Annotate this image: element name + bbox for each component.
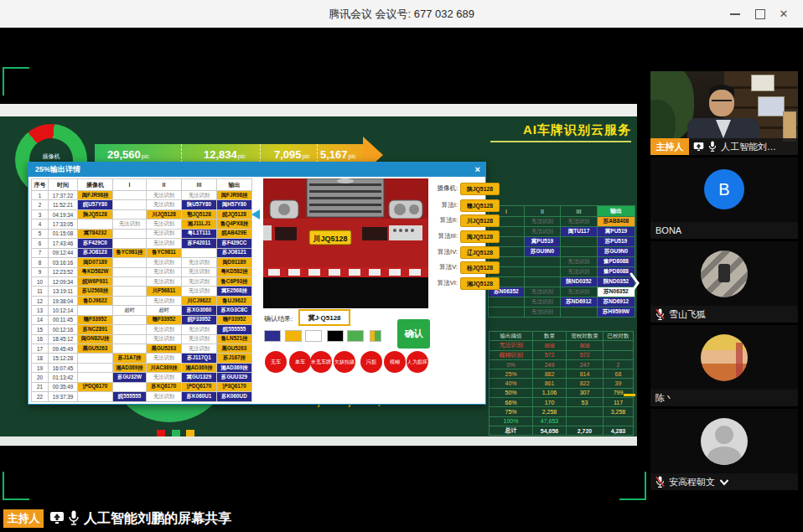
confirm-button[interactable]: 确认 bbox=[397, 319, 430, 349]
plate-cell[interactable]: 湘AD369挂 bbox=[182, 364, 217, 373]
reject-button[interactable]: 单车 bbox=[289, 351, 311, 373]
plate-color-swatch[interactable] bbox=[347, 330, 364, 342]
algorithm-plate-badge[interactable]: 湘JQ5128 bbox=[460, 277, 500, 290]
participant-tile[interactable]: 陈丶 bbox=[650, 325, 798, 406]
plate-cell[interactable]: 沪DQ6170 bbox=[78, 383, 113, 392]
reject-button[interactable]: 无车 bbox=[265, 351, 287, 373]
plate-cell[interactable]: 无法识别 bbox=[147, 392, 182, 401]
plate-cell[interactable] bbox=[78, 392, 113, 401]
mic-icon bbox=[708, 141, 717, 152]
algorithm-plate-badge[interactable]: 陕JQ5128 bbox=[460, 183, 500, 195]
plate-cell[interactable]: 无法识别 bbox=[147, 325, 182, 334]
plate-cell[interactable]: 黑GU5263 bbox=[147, 344, 182, 354]
stats-need: 307 bbox=[567, 389, 604, 398]
plate-color-swatch[interactable] bbox=[327, 330, 344, 342]
plate-cell[interactable]: 鲁UJ9622 bbox=[217, 297, 252, 306]
plate-cell[interactable]: 川CJ9622 bbox=[182, 297, 217, 306]
plate-cell[interactable]: 无法识别 bbox=[147, 354, 182, 363]
plate-cell[interactable]: 苏K060U1 bbox=[182, 392, 217, 401]
plate-cell[interactable]: 苏J117Q1 bbox=[182, 354, 217, 363]
plate-cell[interactable]: 沪DQ6170 bbox=[182, 383, 217, 392]
algorithm-plate-badge[interactable]: 桂JQ5128 bbox=[460, 261, 500, 274]
plate-cell[interactable]: 苏J1A7挂 bbox=[113, 354, 147, 363]
plate-cell[interactable]: 无法识别 bbox=[182, 325, 217, 334]
participant-tile-host[interactable]: 主持人 人工智能刘… bbox=[650, 71, 798, 155]
algorithm-plate-badge[interactable]: 川JQ5128 bbox=[460, 214, 500, 227]
plate-cell[interactable]: 超时 bbox=[147, 306, 182, 315]
plate-cell[interactable]: 苏GU32W bbox=[113, 373, 147, 382]
plate-cell[interactable]: 黑GU5263 bbox=[217, 344, 252, 354]
stats-need: 808 bbox=[567, 341, 604, 350]
plate-cell[interactable] bbox=[113, 335, 147, 344]
plate-cell[interactable]: 苏J167挂 bbox=[217, 354, 252, 363]
plate-cell[interactable]: 皖F33952 bbox=[182, 316, 217, 325]
plate-cell[interactable] bbox=[113, 344, 147, 354]
reject-button[interactable]: 污损 bbox=[360, 351, 382, 373]
algorithm-plate-badge[interactable]: 辽JQ5128 bbox=[460, 246, 500, 259]
participant-tile[interactable]: B BONA bbox=[650, 158, 798, 239]
yellow-marker bbox=[624, 394, 635, 396]
plate-cell[interactable] bbox=[113, 316, 147, 325]
maximize-button[interactable] bbox=[748, 0, 773, 28]
plate-cell[interactable]: 苏NCZ891 bbox=[78, 325, 113, 334]
plate-cell[interactable]: 皖555555 bbox=[217, 325, 252, 334]
plate-cell[interactable] bbox=[113, 383, 147, 392]
reject-button[interactable]: 模糊 bbox=[384, 351, 406, 373]
participant-tile[interactable]: 雪山飞狐 bbox=[650, 241, 798, 323]
dialog-close-icon[interactable]: × bbox=[475, 164, 480, 174]
plate-cell[interactable] bbox=[78, 306, 113, 315]
plate-cell[interactable]: 无法识别 bbox=[147, 373, 182, 382]
plate-cell[interactable]: 无法识别 bbox=[182, 335, 217, 344]
plate-cell[interactable]: 苏KQ6170 bbox=[147, 383, 182, 392]
plate-cell[interactable]: 川AC369挂 bbox=[147, 364, 182, 373]
plate-cell[interactable] bbox=[78, 373, 113, 382]
result-cell bbox=[561, 307, 598, 318]
chevron-down-icon[interactable] bbox=[719, 478, 729, 486]
result-cell: 苏ND6912 bbox=[598, 297, 635, 307]
plate-cell[interactable]: 皖555555 bbox=[113, 392, 147, 401]
plate-cell[interactable]: 苏XG3060 bbox=[182, 306, 217, 315]
reject-button[interactable]: 未见车牌 bbox=[310, 351, 332, 373]
algorithm-plate-badge[interactable]: 赣JQ5128 bbox=[460, 199, 500, 212]
plate-cell[interactable]: 苏GUU329 bbox=[217, 373, 252, 382]
plate-cell[interactable]: 赣F33952 bbox=[78, 316, 113, 325]
plate-cell[interactable]: 黑GU5263 bbox=[78, 344, 113, 354]
screen-share-icon bbox=[693, 142, 704, 152]
algorithm-plate-badge[interactable]: 闽JQ5128 bbox=[460, 230, 500, 243]
plate-cell[interactable]: 苏XG3C8C bbox=[217, 306, 252, 315]
plate-cell[interactable]: 赣F33952 bbox=[147, 316, 182, 325]
confirmed-plate-field[interactable]: 冀J·Q5128 bbox=[298, 309, 350, 326]
plate-cell[interactable]: 鲁DJ9622 bbox=[78, 297, 113, 306]
plate-cell[interactable]: 沪3Q6170 bbox=[217, 383, 252, 392]
plate-cell[interactable] bbox=[78, 364, 113, 373]
plate-cell[interactable] bbox=[113, 297, 147, 306]
plate-cell[interactable]: 闽GN82U挂 bbox=[78, 335, 113, 344]
plate-color-swatch[interactable] bbox=[264, 330, 281, 342]
result-cell bbox=[525, 277, 561, 287]
plate-cell[interactable]: 冀GU1329 bbox=[182, 373, 217, 382]
plate-cell[interactable] bbox=[78, 354, 113, 363]
host-badge: 主持人 bbox=[3, 509, 44, 528]
minimize-button[interactable] bbox=[723, 0, 748, 28]
plate-cell[interactable]: 无法识别 bbox=[147, 335, 182, 344]
dialog-titlebar[interactable]: 25%输出详情 × bbox=[28, 163, 485, 177]
plate-cell[interactable]: 鲁LN521挂 bbox=[217, 335, 252, 344]
plate-color-swatch[interactable] bbox=[370, 330, 381, 342]
plate-cell[interactable]: 苏K060UD bbox=[217, 392, 252, 401]
plate-cell[interactable]: 赣F33952 bbox=[217, 316, 252, 325]
close-button[interactable]: ✕ bbox=[771, 0, 796, 28]
reject-button[interactable]: 欠缺拍摄 bbox=[334, 351, 355, 373]
participant-tile[interactable]: 安高程朝文 bbox=[650, 409, 798, 490]
plate-table-time: 09:45:49 bbox=[49, 344, 78, 354]
plate-cell[interactable] bbox=[113, 325, 147, 334]
plate-cell[interactable]: 无法识别 bbox=[147, 297, 182, 306]
plate-cell[interactable]: 湘AD369挂 bbox=[113, 364, 147, 373]
plate-color-swatch[interactable] bbox=[285, 330, 302, 342]
plate-table-time: 00:35:49 bbox=[49, 383, 78, 392]
reject-button[interactable]: 人为损坏 bbox=[407, 351, 428, 373]
plate-color-swatch[interactable] bbox=[305, 330, 322, 342]
plate-cell[interactable]: 无法识别 bbox=[182, 344, 217, 354]
plate-cell[interactable]: 超时 bbox=[113, 306, 147, 315]
panel-collapse-button[interactable] bbox=[625, 269, 644, 297]
plate-cell[interactable]: 湘AD369挂 bbox=[217, 364, 252, 373]
